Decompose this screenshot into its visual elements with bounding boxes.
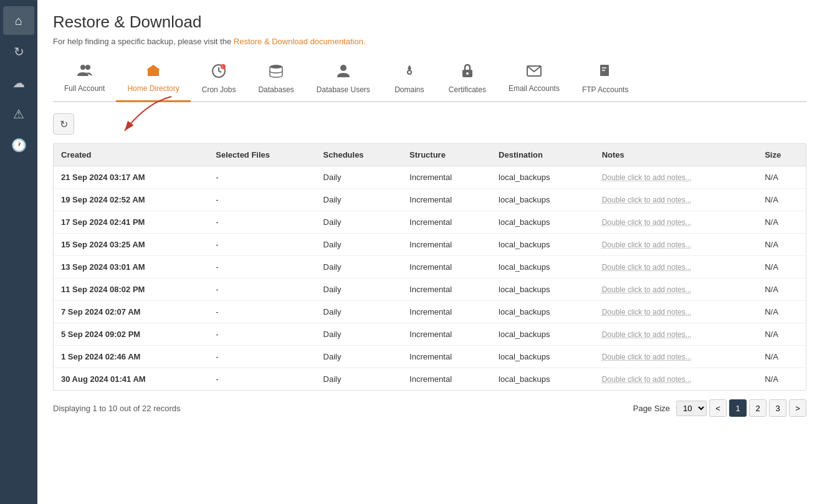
col-created: Created [54, 144, 208, 166]
cell-notes[interactable]: Double click to add notes... [595, 256, 758, 278]
table-row[interactable]: 13 Sep 2024 03:01 AM - Daily Incremental… [54, 256, 806, 278]
cell-notes[interactable]: Double click to add notes... [595, 234, 758, 256]
page-title: Restore & Download [53, 12, 806, 32]
certificates-icon [460, 64, 475, 82]
cell-schedules: Daily [316, 166, 403, 189]
table-row[interactable]: 1 Sep 2024 02:46 AM - Daily Incremental … [54, 346, 806, 368]
tab-full-account[interactable]: Full Account [53, 57, 116, 102]
cell-schedules: Daily [316, 346, 403, 368]
cell-notes[interactable]: Double click to add notes... [595, 189, 758, 211]
cell-size: N/A [757, 346, 806, 368]
cell-notes[interactable]: Double click to add notes... [595, 211, 758, 234]
cell-created: 17 Sep 2024 02:41 PM [54, 211, 208, 234]
page-size-label: Page Size [633, 404, 670, 413]
cell-size: N/A [757, 368, 806, 391]
cell-notes[interactable]: Double click to add notes... [595, 323, 758, 346]
tab-cron-jobs-label: Cron Jobs [202, 85, 236, 94]
home-directory-icon [145, 64, 161, 81]
cell-selected-files: - [208, 368, 315, 391]
sidebar-item-warning[interactable]: ⚠ [3, 100, 34, 128]
cell-size: N/A [757, 211, 806, 234]
table-row[interactable]: 15 Sep 2024 03:25 AM - Daily Incremental… [54, 234, 806, 256]
table-row[interactable]: 7 Sep 2024 02:07 AM - Daily Incremental … [54, 301, 806, 323]
cell-structure: Incremental [402, 323, 491, 346]
table-row[interactable]: 17 Sep 2024 02:41 PM - Daily Incremental… [54, 211, 806, 234]
cell-size: N/A [757, 278, 806, 301]
table-row[interactable]: 19 Sep 2024 02:52 AM - Daily Incremental… [54, 189, 806, 211]
sidebar-item-cloud[interactable]: ☁ [3, 69, 34, 97]
tab-database-users[interactable]: Database Users [305, 57, 381, 102]
col-size: Size [757, 144, 806, 166]
cell-notes[interactable]: Double click to add notes... [595, 301, 758, 323]
tab-ftp-accounts[interactable]: FTP Accounts [571, 57, 639, 102]
cell-structure: Incremental [402, 346, 491, 368]
tab-home-directory-label: Home Directory [127, 84, 179, 93]
cell-structure: Incremental [402, 166, 491, 189]
sidebar-item-clock[interactable]: 🕐 [3, 131, 34, 159]
cell-selected-files: - [208, 166, 315, 189]
col-structure: Structure [402, 144, 491, 166]
cell-created: 7 Sep 2024 02:07 AM [54, 301, 208, 323]
page-next-button[interactable]: > [789, 399, 806, 417]
database-users-icon [335, 64, 351, 82]
cell-structure: Incremental [402, 189, 491, 211]
cell-schedules: Daily [316, 301, 403, 323]
cell-destination: local_backups [491, 189, 595, 211]
cell-selected-files: - [208, 189, 315, 211]
email-accounts-icon [526, 64, 542, 81]
tab-certificates[interactable]: Certificates [437, 57, 497, 102]
cell-selected-files: - [208, 301, 315, 323]
cell-selected-files: - [208, 323, 315, 346]
cell-created: 5 Sep 2024 09:02 PM [54, 323, 208, 346]
cell-size: N/A [757, 234, 806, 256]
cell-structure: Incremental [402, 234, 491, 256]
tab-domains[interactable]: Domains [381, 57, 437, 102]
cell-notes[interactable]: Double click to add notes... [595, 166, 758, 189]
sidebar-item-home[interactable]: ⌂ [3, 6, 34, 35]
domains-icon [402, 64, 417, 82]
tab-email-accounts[interactable]: Email Accounts [497, 57, 571, 102]
tab-databases[interactable]: Databases [247, 57, 305, 102]
cell-schedules: Daily [316, 256, 403, 278]
cell-created: 21 Sep 2024 03:17 AM [54, 166, 208, 189]
tab-home-directory[interactable]: Home Directory [116, 57, 190, 102]
tab-bar: Full Account Home Directory ! Cron Jobs … [53, 57, 806, 102]
cell-notes[interactable]: Double click to add notes... [595, 368, 758, 391]
cell-destination: local_backups [491, 211, 595, 234]
cell-schedules: Daily [316, 323, 403, 346]
refresh-button[interactable]: ↻ [53, 113, 74, 135]
cell-destination: local_backups [491, 346, 595, 368]
cell-created: 11 Sep 2024 08:02 PM [54, 278, 208, 301]
cell-destination: local_backups [491, 278, 595, 301]
cell-created: 1 Sep 2024 02:46 AM [54, 346, 208, 368]
page-prev-button[interactable]: < [709, 399, 727, 417]
databases-icon [269, 64, 284, 82]
cell-size: N/A [757, 323, 806, 346]
svg-point-0 [80, 65, 85, 70]
cell-size: N/A [757, 189, 806, 211]
table-row[interactable]: 11 Sep 2024 08:02 PM - Daily Incremental… [54, 278, 806, 301]
page-3-button[interactable]: 3 [769, 399, 786, 417]
tab-cron-jobs[interactable]: ! Cron Jobs [191, 57, 247, 102]
tab-database-users-label: Database Users [317, 85, 370, 94]
cell-notes[interactable]: Double click to add notes... [595, 278, 758, 301]
help-link[interactable]: Restore & Download documentation. [234, 37, 366, 46]
cell-selected-files: - [208, 256, 315, 278]
cell-selected-files: - [208, 346, 315, 368]
col-schedules: Schedules [316, 144, 403, 166]
cell-destination: local_backups [491, 301, 595, 323]
cell-size: N/A [757, 256, 806, 278]
table-row[interactable]: 5 Sep 2024 09:02 PM - Daily Incremental … [54, 323, 806, 346]
page-1-button[interactable]: 1 [729, 399, 747, 417]
page-2-button[interactable]: 2 [749, 399, 767, 417]
backup-table: Created Selected Files Schedules Structu… [53, 143, 806, 391]
sidebar-item-refresh[interactable]: ↻ [3, 37, 34, 66]
svg-point-7 [270, 65, 282, 69]
cell-notes[interactable]: Double click to add notes... [595, 346, 758, 368]
cron-jobs-icon: ! [211, 64, 226, 82]
table-row[interactable]: 30 Aug 2024 01:41 AM - Daily Incremental… [54, 368, 806, 391]
cell-destination: local_backups [491, 234, 595, 256]
page-size-select[interactable]: 10 25 50 [676, 401, 707, 416]
cell-schedules: Daily [316, 189, 403, 211]
table-row[interactable]: 21 Sep 2024 03:17 AM - Daily Incremental… [54, 166, 806, 189]
